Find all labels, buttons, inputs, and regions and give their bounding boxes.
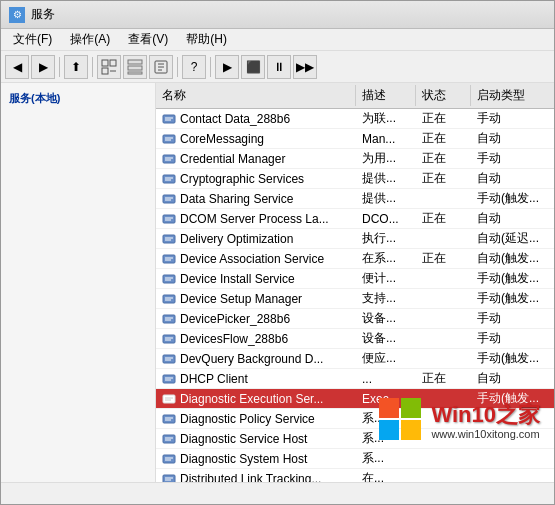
cell-status (416, 238, 471, 240)
table-row[interactable]: Device Install Service 便计... 手动(触发... 本地… (156, 269, 554, 289)
table-row[interactable]: Contact Data_288b6 为联... 正在 手动 本地系统 (156, 109, 554, 129)
table-row[interactable]: DHCP Client ... 正在 自动 本地服务 (156, 369, 554, 389)
cell-startup: 自动 (471, 209, 554, 228)
show-detail[interactable] (123, 55, 147, 79)
cell-startup: 手动 (471, 329, 554, 348)
cell-name: DevicePicker_288b6 (156, 311, 356, 327)
svg-rect-11 (163, 115, 175, 123)
header-name[interactable]: 名称 (156, 85, 356, 106)
table-row[interactable]: DCOM Server Process La... DCO... 正在 自动 本… (156, 209, 554, 229)
table-row[interactable]: DevQuery Background D... 便应... 手动(触发... … (156, 349, 554, 369)
menu-view[interactable]: 查看(V) (120, 29, 176, 50)
table-row[interactable]: Credential Manager 为用... 正在 手动 本地系统 (156, 149, 554, 169)
forward-button[interactable]: ▶ (31, 55, 55, 79)
cell-status: 正在 (416, 169, 471, 188)
cell-status (416, 298, 471, 300)
header-desc[interactable]: 描述 (356, 85, 416, 106)
service-icon (162, 272, 176, 286)
service-icon (162, 452, 176, 466)
service-icon (162, 412, 176, 426)
cell-startup: 手动(触发... (471, 189, 554, 208)
cell-startup: 手动(触发... (471, 349, 554, 368)
menu-file[interactable]: 文件(F) (5, 29, 60, 50)
services-list[interactable]: Contact Data_288b6 为联... 正在 手动 本地系统 Core… (156, 109, 554, 482)
service-icon (162, 152, 176, 166)
svg-rect-29 (163, 235, 175, 243)
cell-startup: 自动 (471, 129, 554, 148)
cell-name: Device Install Service (156, 271, 356, 287)
back-button[interactable]: ◀ (5, 55, 29, 79)
show-console-tree[interactable] (97, 55, 121, 79)
header-startup[interactable]: 启动类型 (471, 85, 554, 106)
cell-status: 正在 (416, 109, 471, 128)
menu-help[interactable]: 帮助(H) (178, 29, 235, 50)
cell-startup: 手动 (471, 149, 554, 168)
cell-status (416, 198, 471, 200)
toolbar-sep-4 (210, 57, 211, 77)
svg-rect-23 (163, 195, 175, 203)
cell-name: Data Sharing Service (156, 191, 356, 207)
services-window: ⚙ 服务 文件(F) 操作(A) 查看(V) 帮助(H) ◀ ▶ ⬆ (0, 0, 555, 505)
svg-rect-17 (163, 155, 175, 163)
svg-rect-0 (102, 60, 108, 66)
table-row[interactable]: Diagnostic Service Host 系... (156, 429, 554, 449)
toolbar: ◀ ▶ ⬆ (1, 51, 554, 83)
menu-action[interactable]: 操作(A) (62, 29, 118, 50)
cell-name: Diagnostic Execution Ser... (156, 391, 356, 407)
svg-rect-50 (163, 375, 175, 383)
cell-name: Diagnostic System Host (156, 451, 356, 467)
play-button[interactable]: ▶ (215, 55, 239, 79)
svg-rect-65 (163, 475, 175, 483)
help-button[interactable]: ? (182, 55, 206, 79)
svg-rect-1 (110, 60, 116, 66)
cell-status (416, 438, 471, 440)
toolbar-sep-1 (59, 57, 60, 77)
cell-status (416, 338, 471, 340)
menu-bar: 文件(F) 操作(A) 查看(V) 帮助(H) (1, 29, 554, 51)
table-row[interactable]: Delivery Optimization 执行... 自动(延迟... 网络服… (156, 229, 554, 249)
table-row[interactable]: DevicePicker_288b6 设备... 手动 本地系统 (156, 309, 554, 329)
pause-button[interactable]: ⏸ (267, 55, 291, 79)
properties-button[interactable] (149, 55, 173, 79)
cell-desc: Man... (356, 131, 416, 147)
restart-button[interactable]: ▶▶ (293, 55, 317, 79)
cell-name: Device Association Service (156, 251, 356, 267)
table-row[interactable]: CoreMessaging Man... 正在 自动 本地服务 (156, 129, 554, 149)
cell-desc: 便应... (356, 349, 416, 368)
cell-desc: 设备... (356, 329, 416, 348)
toolbar-sep-3 (177, 57, 178, 77)
cell-desc: 在系... (356, 249, 416, 268)
svg-rect-59 (163, 435, 175, 443)
main-panel: 名称 描述 状态 启动类型 登录为 Contact Data_288b6 为联.… (156, 83, 554, 482)
cell-name: DCOM Server Process La... (156, 211, 356, 227)
svg-rect-32 (163, 255, 175, 263)
cell-status: 正在 (416, 249, 471, 268)
header-status[interactable]: 状态 (416, 85, 471, 106)
table-row[interactable]: Data Sharing Service 提供... 手动(触发... 本地系统 (156, 189, 554, 209)
status-bar (1, 482, 554, 504)
cell-name: Delivery Optimization (156, 231, 356, 247)
cell-desc: 设备... (356, 309, 416, 328)
cell-status: 正在 (416, 129, 471, 148)
list-header: 名称 描述 状态 启动类型 登录为 (156, 83, 554, 109)
cell-startup: 手动 (471, 309, 554, 328)
table-row[interactable]: Device Setup Manager 支持... 手动(触发... 本地系统 (156, 289, 554, 309)
cell-desc: 提供... (356, 189, 416, 208)
cell-startup: 自动(触发... (471, 249, 554, 268)
table-row[interactable]: Device Association Service 在系... 正在 自动(触… (156, 249, 554, 269)
svg-rect-4 (128, 60, 142, 64)
table-row[interactable]: Diagnostic Execution Ser... Exec... 手动(触… (156, 389, 554, 409)
cell-status: 正在 (416, 369, 471, 388)
stop-button[interactable]: ⬛ (241, 55, 265, 79)
svg-rect-6 (128, 72, 142, 74)
cell-status (416, 398, 471, 400)
table-row[interactable]: Diagnostic System Host 系... (156, 449, 554, 469)
table-row[interactable]: Distributed Link Tracking... 在... (156, 469, 554, 482)
up-button[interactable]: ⬆ (64, 55, 88, 79)
cell-status (416, 478, 471, 480)
cell-name: Credential Manager (156, 151, 356, 167)
table-row[interactable]: Diagnostic Policy Service 系... (156, 409, 554, 429)
table-row[interactable]: DevicesFlow_288b6 设备... 手动 本地系统 (156, 329, 554, 349)
table-row[interactable]: Cryptographic Services 提供... 正在 自动 网络服务 (156, 169, 554, 189)
cell-name: DevQuery Background D... (156, 351, 356, 367)
